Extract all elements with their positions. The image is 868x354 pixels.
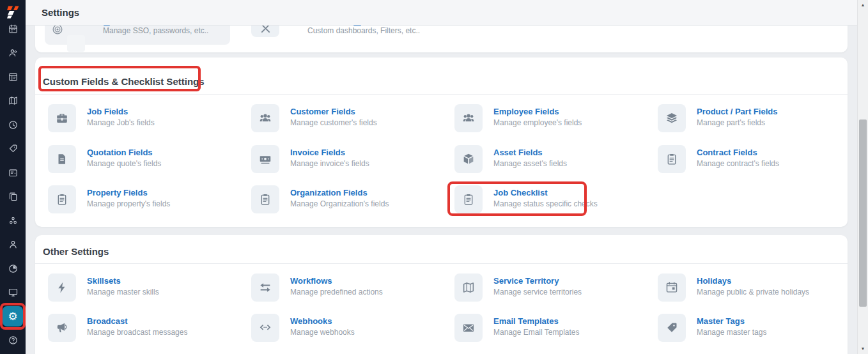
sidebar-item-calendar[interactable] <box>0 19 26 38</box>
calendar2-icon <box>658 273 686 302</box>
file-icon <box>48 145 76 173</box>
item-description: Manage invoice's fields <box>290 160 369 168</box>
settings-item-skillsets[interactable]: SkillsetsManage master skills <box>48 273 241 303</box>
app-logo-icon[interactable] <box>5 4 20 20</box>
users-icon <box>454 104 483 132</box>
item-title: Email Templates <box>493 316 580 326</box>
item-title: Skillsets <box>87 276 159 286</box>
swap-icon <box>251 273 279 302</box>
scroll-up-icon[interactable]: ▲ <box>858 1 868 10</box>
sidebar-item-monitor[interactable] <box>0 283 26 302</box>
item-description[interactable]: Manage SSO, passwords, etc.. <box>103 26 208 35</box>
item-description: Manage master skills <box>87 288 159 296</box>
item-description: Manage part's fields <box>697 119 777 127</box>
settings-item-contract-fields[interactable]: Contract FieldsManage contract's fields <box>658 145 851 174</box>
wrench-icon <box>251 26 279 37</box>
divider <box>35 263 848 264</box>
settings-item-quotation-fields[interactable]: Quotation FieldsManage quote's fields <box>48 145 241 174</box>
other-settings-card: Other Settings SkillsetsManage master sk… <box>35 235 848 354</box>
item-title: Holidays <box>697 276 809 286</box>
settings-item-email-templates[interactable]: Email TemplatesManage Email Templates <box>454 314 647 343</box>
sidebar-item-team[interactable] <box>0 43 26 63</box>
settings-item-job-fields[interactable]: Job FieldsManage Job's fields <box>48 104 241 134</box>
team-icon <box>8 47 19 58</box>
scrollbar-thumb[interactable] <box>859 119 867 307</box>
item-description: Manage quote's fields <box>87 160 161 168</box>
item-title: Master Tags <box>697 316 766 326</box>
section-title-custom-fields: Custom Fields & Checklist Settings <box>43 76 205 87</box>
settings-item-master-tags[interactable]: Master TagsManage master tags <box>658 314 851 343</box>
map-icon <box>8 95 19 106</box>
sidebar-item-help[interactable] <box>0 331 26 350</box>
user-icon <box>8 239 19 250</box>
cube-icon <box>454 145 483 173</box>
sidebar-nav: ⚙ <box>0 0 26 354</box>
scrollbar[interactable]: ▲ ▼ <box>857 0 868 354</box>
clipboard-icon <box>454 185 483 213</box>
sidebar-item-map[interactable] <box>0 91 26 111</box>
board-icon <box>8 72 19 82</box>
bolt-icon <box>48 273 76 302</box>
settings-item-invoice-fields[interactable]: Invoice FieldsManage invoice's fields <box>251 145 444 174</box>
divider <box>35 94 848 95</box>
briefcase-icon <box>48 104 76 132</box>
settings-item-service-territory[interactable]: Service TerritoryManage service territor… <box>454 273 647 303</box>
settings-item-job-checklist[interactable]: Job ChecklistManage status specific chec… <box>454 185 647 215</box>
sidebar-item-clock[interactable] <box>0 115 26 134</box>
item-description: Manage public & private holidays <box>697 288 809 296</box>
settings-item-employee-fields[interactable]: Employee FieldsManage employee's fields <box>454 104 647 134</box>
item-title: Quotation Fields <box>87 148 161 157</box>
item-title: Contract Fields <box>697 148 779 157</box>
calendar-icon <box>8 24 19 35</box>
clipboard-icon <box>251 185 279 213</box>
item-title: Employee Fields <box>493 107 582 116</box>
settings-item-property-fields[interactable]: Property FieldsManage property's fields <box>48 185 241 215</box>
item-description: Manage property's fields <box>87 200 170 208</box>
item-description[interactable]: Custom dashboards, Filters, etc.. <box>307 26 420 35</box>
custom-fields-card: Custom Fields & Checklist Settings Job F… <box>35 58 848 227</box>
settings-item-asset-fields[interactable]: Asset FieldsManage asset's fields <box>454 145 647 174</box>
sidebar-item-card-list[interactable] <box>0 163 26 182</box>
clock-icon <box>8 119 19 130</box>
sidebar-item-user[interactable] <box>0 235 26 254</box>
users-icon <box>251 104 279 132</box>
settings-item-holidays[interactable]: HolidaysManage public & private holidays <box>658 273 851 303</box>
settings-page: ⚙ Settings Manage SSO, passwords, etc..C… <box>0 0 868 354</box>
item-description: Manage master tags <box>697 328 766 337</box>
item-title: Webhooks <box>290 316 355 326</box>
sidebar-item-time-pie[interactable] <box>0 259 26 278</box>
item-title: Workflows <box>290 276 383 286</box>
sidebar-item-tag[interactable] <box>0 139 26 158</box>
settings-item-product-part-fields[interactable]: Product / Part FieldsManage part's field… <box>658 104 851 134</box>
settings-item-webhooks[interactable]: WebhooksManage webhooks <box>251 314 444 343</box>
sidebar-item-copy[interactable] <box>0 187 26 206</box>
scroll-down-icon[interactable]: ▼ <box>858 344 868 353</box>
item-description: Manage contract's fields <box>697 160 779 168</box>
item-title: Job Checklist <box>493 188 598 197</box>
settings-item-workflows[interactable]: WorkflowsManage predefined actions <box>251 273 444 303</box>
copy-icon <box>8 191 19 202</box>
item-description: Manage broadcast messages <box>87 328 187 337</box>
page-title: Settings <box>42 7 79 18</box>
item-title: Invoice Fields <box>290 148 369 157</box>
sidebar-item-nodes[interactable] <box>0 211 26 230</box>
item-title: Property Fields <box>87 188 170 197</box>
settings-item-organization-fields[interactable]: Organization FieldsManage Organization's… <box>251 185 444 215</box>
item-description: Manage asset's fields <box>493 160 567 168</box>
sidebar-item-board[interactable] <box>0 67 26 86</box>
card-list-icon <box>8 167 19 178</box>
item-description: Manage Job's fields <box>87 119 155 127</box>
item-description: Manage Email Templates <box>493 328 580 337</box>
sidebar-item-settings[interactable]: ⚙ <box>3 306 23 327</box>
security-emblem-icon <box>51 26 64 36</box>
help-icon <box>8 335 19 346</box>
gear-icon: ⚙ <box>8 311 17 322</box>
settings-item-customer-fields[interactable]: Customer FieldsManage customer's fields <box>251 104 444 134</box>
megaphone-icon <box>48 314 76 342</box>
clipboard-icon <box>658 145 686 173</box>
tag-icon <box>8 143 19 154</box>
settings-item-broadcast[interactable]: BroadcastManage broadcast messages <box>48 314 241 343</box>
item-title: Job Fields <box>87 107 155 116</box>
main-content: Manage SSO, passwords, etc..Custom dashb… <box>26 26 857 354</box>
clipboard-icon <box>48 185 76 213</box>
